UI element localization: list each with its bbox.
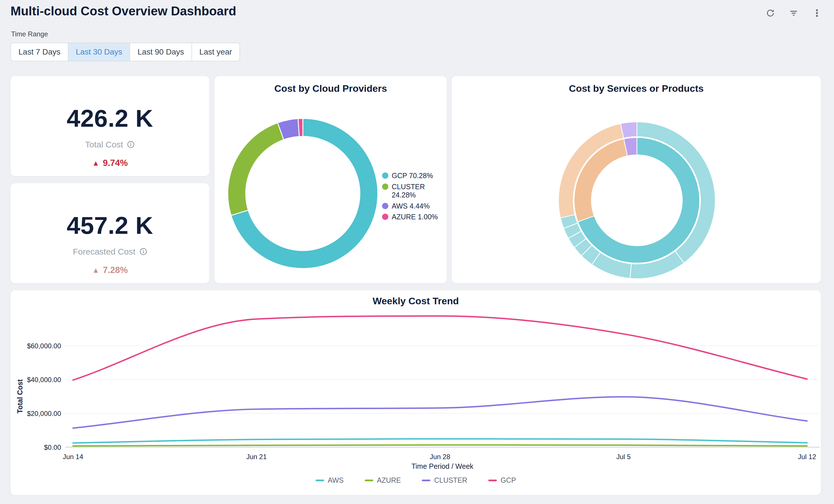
cost-by-providers-card: Cost by Cloud Providers GCP 70.28% CLUST…: [215, 76, 447, 283]
legend-item-cluster[interactable]: CLUSTER 24.28%: [382, 183, 442, 199]
legend-item-cluster[interactable]: CLUSTER: [422, 476, 467, 484]
legend-item-aws[interactable]: AWS 4.44%: [382, 202, 442, 211]
info-icon[interactable]: [127, 140, 135, 148]
chart-title-providers: Cost by Cloud Providers: [215, 83, 447, 94]
refresh-icon: [766, 8, 775, 18]
trend-legend: AWS AZURE CLUSTER GCP: [10, 476, 821, 484]
weekly-cost-trend-card: Weekly Cost Trend $0.00$20,000.00$40,000…: [10, 290, 821, 495]
kebab-menu-icon: [812, 8, 822, 18]
cost-by-services-card: Cost by Services or Products: [452, 76, 821, 283]
kpi-delta-total-cost: ▲ 9.74%: [92, 158, 128, 168]
svg-text:$40,000.00: $40,000.00: [27, 376, 61, 384]
providers-donut-chart[interactable]: [222, 116, 381, 276]
kebab-menu-button[interactable]: [812, 8, 822, 18]
svg-text:Jul 5: Jul 5: [616, 453, 631, 461]
legend-item-gcp[interactable]: GCP: [488, 476, 516, 484]
services-sunburst-chart[interactable]: [552, 114, 722, 285]
svg-text:$0.00: $0.00: [44, 443, 61, 451]
providers-legend: GCP 70.28% CLUSTER 24.28% AWS 4.44% AZUR…: [382, 172, 442, 224]
legend-dot: [382, 214, 388, 220]
page-title: Multi-cloud Cost Overview Dashboard: [10, 4, 236, 18]
legend-dot: [382, 203, 388, 209]
time-range-label: Time Range: [11, 30, 48, 38]
kpi-value-total-cost: 426.2 K: [67, 104, 153, 132]
legend-dash: [422, 480, 430, 481]
kpi-card-forecasted-cost: 457.2 K Forecasted Cost ▲ 7.28%: [10, 183, 210, 283]
info-icon[interactable]: [139, 248, 147, 256]
weekly-trend-line-chart[interactable]: $0.00$20,000.00$40,000.00$60,000.00Jun 1…: [10, 307, 821, 477]
legend-item-azure[interactable]: AZURE 1.00%: [382, 213, 442, 221]
time-range-option-last-year[interactable]: Last year: [192, 43, 239, 61]
time-range-selector: Last 7 Days Last 30 Days Last 90 Days La…: [10, 43, 240, 61]
kpi-delta-forecasted-cost: ▲ 7.28%: [92, 265, 128, 275]
legend-item-gcp[interactable]: GCP 70.28%: [382, 172, 442, 180]
filter-icon: [789, 8, 798, 18]
legend-item-aws[interactable]: AWS: [315, 476, 344, 484]
kpi-label-total-cost: Total Cost: [85, 140, 123, 149]
up-triangle-icon: ▲: [92, 266, 100, 274]
svg-text:Jun 21: Jun 21: [246, 453, 267, 461]
dashboard-page: { "header": { "title": "Multi-cloud Cost…: [0, 0, 834, 504]
kpi-delta-value: 9.74%: [103, 158, 128, 168]
svg-text:Jun 14: Jun 14: [63, 453, 83, 461]
kpi-card-total-cost: 426.2 K Total Cost ▲ 9.74%: [10, 76, 210, 176]
svg-text:$20,000.00: $20,000.00: [27, 410, 61, 417]
svg-text:$60,000.00: $60,000.00: [27, 342, 61, 350]
time-range-option-last-90-days[interactable]: Last 90 Days: [130, 43, 191, 61]
chart-title-trend: Weekly Cost Trend: [10, 295, 821, 307]
kpi-value-forecasted-cost: 457.2 K: [67, 211, 153, 240]
legend-dot: [382, 183, 388, 190]
filter-button[interactable]: [789, 8, 799, 18]
legend-dot: [382, 172, 388, 179]
svg-text:Total Cost: Total Cost: [16, 379, 24, 413]
time-range-option-last-7-days[interactable]: Last 7 Days: [11, 43, 68, 61]
legend-item-azure[interactable]: AZURE: [365, 476, 401, 484]
time-range-option-last-30-days[interactable]: Last 30 Days: [68, 43, 130, 61]
header-toolbar: [765, 8, 822, 18]
kpi-label-forecasted-cost: Forecasted Cost: [73, 247, 135, 257]
svg-text:Jun 28: Jun 28: [430, 453, 450, 461]
legend-dash: [365, 480, 373, 481]
svg-text:Time Period / Week: Time Period / Week: [411, 462, 474, 470]
up-triangle-icon: ▲: [92, 159, 100, 167]
chart-title-services: Cost by Services or Products: [452, 83, 821, 94]
refresh-button[interactable]: [765, 8, 775, 18]
legend-dash: [488, 480, 497, 481]
svg-text:Jul 12: Jul 12: [798, 453, 816, 461]
legend-dash: [315, 480, 324, 481]
kpi-delta-value: 7.28%: [103, 265, 128, 275]
